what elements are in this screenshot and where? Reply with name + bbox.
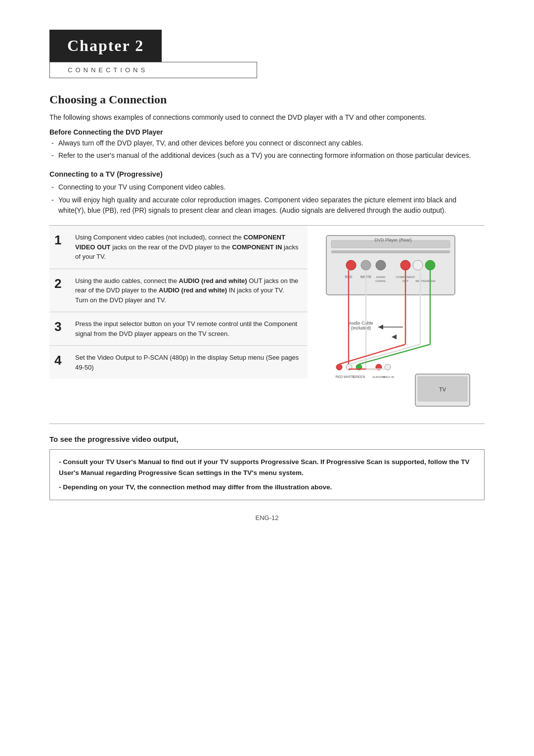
chapter-title: Chapter 2 xyxy=(49,30,162,62)
notice-2: - Depending on your TV, the connection m… xyxy=(59,482,475,493)
progressive-title: To see the progressive video output, xyxy=(49,435,485,443)
svg-text:(Included): (Included) xyxy=(351,326,371,331)
connecting-bullet-2: You will enjoy high quality and accurate… xyxy=(58,195,485,216)
connecting-bullet-1: Connecting to your TV using Component vi… xyxy=(58,182,485,193)
before-bullet-2: Refer to the user's manual of the additi… xyxy=(58,150,485,161)
step-3: 3Press the input selector button on your… xyxy=(49,312,308,346)
steps-diagram-section: 1Using Component video cables (not inclu… xyxy=(49,225,485,424)
before-bullet-1: Always turn off the DVD player, TV, and … xyxy=(58,138,485,149)
before-heading: Before Connecting the DVD Player xyxy=(49,128,485,136)
svg-text:DVD Player (Rear): DVD Player (Rear) xyxy=(374,237,411,242)
svg-text:TV: TV xyxy=(439,386,446,392)
connection-diagram: RED WHITE AUDIO COAXIAL COMPONENT OUT WH… xyxy=(321,231,480,419)
chapter-header: Chapter 2 CONNECTIONS xyxy=(49,30,485,78)
page-number: ENG-12 xyxy=(49,514,485,521)
svg-rect-8 xyxy=(425,260,435,270)
notice-box: - Consult your TV User's Manual to find … xyxy=(49,449,485,500)
step-number-4: 4 xyxy=(54,353,71,367)
svg-rect-30 xyxy=(336,364,342,370)
svg-rect-7 xyxy=(413,260,423,270)
page: Chapter 2 CONNECTIONS Choosing a Connect… xyxy=(0,0,534,756)
steps-column: 1Using Component video cables (not inclu… xyxy=(49,226,316,424)
svg-text:COAXIAL: COAXIAL xyxy=(375,280,386,283)
svg-rect-3 xyxy=(346,260,356,270)
step-2: 2Using the audio cables, connect the AUD… xyxy=(49,269,308,313)
notice-1: - Consult your TV User's Manual to find … xyxy=(59,457,475,478)
svg-text:GREEN: GREEN xyxy=(353,375,365,378)
svg-rect-2 xyxy=(331,250,450,253)
svg-line-43 xyxy=(349,344,420,364)
step-number-3: 3 xyxy=(54,319,71,333)
svg-rect-5 xyxy=(376,260,386,270)
chapter-subtitle: CONNECTIONS xyxy=(49,62,257,78)
step-number-2: 2 xyxy=(54,276,71,290)
svg-text:RED: RED xyxy=(336,375,343,378)
diagram-column: RED WHITE AUDIO COAXIAL COMPONENT OUT WH… xyxy=(316,226,485,424)
svg-rect-4 xyxy=(361,260,371,270)
step-4: 4Set the Video Output to P-SCAN (480p) i… xyxy=(49,346,308,379)
step-text-4: Set the Video Output to P-SCAN (480p) in… xyxy=(75,353,303,372)
step-text-1: Using Component video cables (not includ… xyxy=(75,233,303,262)
step-text-2: Using the audio cables, connect the AUDI… xyxy=(75,276,303,305)
svg-rect-6 xyxy=(400,260,410,270)
step-text-3: Press the input selector button on your … xyxy=(75,319,303,338)
step-number-1: 1 xyxy=(54,233,71,246)
svg-marker-45 xyxy=(392,334,397,339)
svg-text:AUDIO: AUDIO xyxy=(376,276,385,279)
section-title: Choosing a Connection xyxy=(49,93,485,106)
svg-text:VIDEO IN: VIDEO IN xyxy=(381,376,394,378)
connecting-heading: Connecting to a TV (Progressive) xyxy=(49,170,485,178)
svg-text:Audio Cable: Audio Cable xyxy=(349,321,373,326)
step-1: 1Using Component video cables (not inclu… xyxy=(49,226,308,269)
intro-text: The following shows examples of connecti… xyxy=(49,112,485,123)
